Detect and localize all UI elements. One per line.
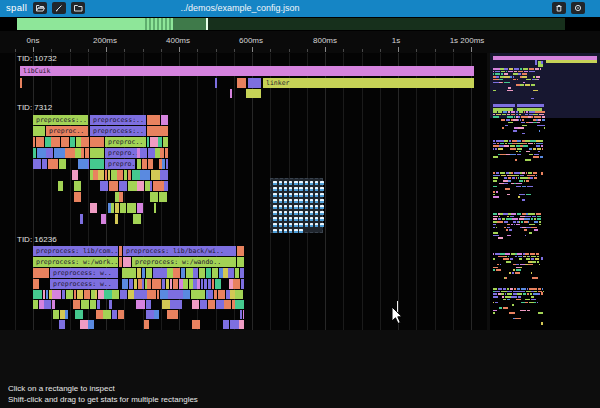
flame-bar[interactable]	[246, 89, 261, 98]
flame-rect[interactable]	[530, 186, 532, 188]
flame-rect[interactable]	[504, 82, 510, 84]
flame-rect[interactable]	[224, 300, 231, 309]
flame-rect[interactable]	[515, 318, 521, 320]
flame-rect[interactable]	[93, 170, 97, 180]
flame-rect[interactable]	[531, 258, 535, 260]
flame-rect[interactable]	[109, 300, 113, 309]
event-dot[interactable]	[284, 199, 287, 203]
event-dot[interactable]	[305, 187, 308, 191]
flame-rect[interactable]	[539, 224, 541, 226]
event-dot[interactable]	[315, 217, 318, 221]
flame-rect[interactable]	[532, 79, 535, 81]
flame-rect[interactable]	[538, 293, 539, 295]
flame-rect[interactable]	[521, 302, 524, 304]
flame-rect[interactable]	[500, 264, 501, 266]
flame-bar[interactable]: preprocess: w:/wando..	[132, 257, 236, 267]
flame-rect[interactable]	[159, 192, 167, 202]
flame-rect[interactable]	[496, 76, 499, 78]
flame-rect[interactable]	[524, 229, 527, 231]
flame-rect[interactable]	[532, 277, 537, 279]
flame-rect[interactable]	[120, 290, 128, 299]
flame-rect[interactable]	[108, 203, 111, 213]
event-dot[interactable]	[310, 193, 313, 197]
flame-rect[interactable]	[503, 288, 506, 290]
event-dot[interactable]	[315, 187, 318, 191]
event-dot[interactable]	[310, 211, 313, 215]
flame-rect[interactable]	[166, 279, 169, 289]
flame-bar[interactable]	[90, 137, 104, 147]
event-dot[interactable]	[299, 181, 302, 185]
event-dot[interactable]	[299, 193, 302, 197]
event-dot[interactable]	[273, 223, 276, 227]
flame-rect[interactable]	[127, 268, 133, 278]
flame-rect[interactable]	[243, 268, 244, 278]
flame-rect[interactable]	[520, 177, 525, 179]
flame-rect[interactable]	[508, 256, 509, 258]
flame-rect[interactable]	[118, 310, 125, 319]
flame-rect[interactable]	[138, 279, 142, 289]
flame-rect[interactable]	[533, 293, 538, 295]
flame-rect[interactable]	[88, 159, 89, 169]
flame-rect[interactable]	[499, 256, 505, 258]
event-dot[interactable]	[273, 211, 276, 215]
flame-rect[interactable]	[91, 290, 95, 299]
flame-rect[interactable]	[541, 111, 545, 113]
flame-rect[interactable]	[513, 130, 517, 132]
flame-rect[interactable]	[239, 320, 244, 329]
flame-rect[interactable]	[148, 148, 155, 158]
flame-rect[interactable]	[534, 177, 537, 179]
flame-rect[interactable]	[97, 300, 101, 309]
flame-rect[interactable]	[521, 116, 526, 118]
flame-rect[interactable]	[521, 122, 525, 124]
flame-rect[interactable]	[528, 213, 531, 215]
flame-rect[interactable]	[52, 300, 55, 309]
flame-rect[interactable]	[493, 194, 495, 196]
flame-rect[interactable]	[208, 279, 211, 289]
flame-rect[interactable]	[70, 137, 75, 147]
flame-rect[interactable]	[80, 320, 87, 329]
flame-rect[interactable]	[505, 277, 507, 279]
flame-rect[interactable]	[516, 114, 519, 116]
flame-rect[interactable]	[531, 84, 535, 86]
flame-rect[interactable]	[501, 71, 506, 73]
event-dot[interactable]	[320, 211, 323, 215]
flame-rect[interactable]	[517, 143, 523, 145]
flame-rect[interactable]	[508, 71, 513, 73]
event-dot[interactable]	[305, 211, 308, 215]
flame-rect[interactable]	[138, 290, 147, 299]
flame-rect[interactable]	[233, 279, 240, 289]
flame-rect[interactable]	[90, 170, 93, 180]
flame-rect[interactable]	[183, 290, 190, 299]
flame-rect[interactable]	[501, 291, 507, 293]
event-dot[interactable]	[279, 199, 282, 203]
flame-rect[interactable]	[140, 170, 150, 180]
flame-rect[interactable]	[495, 175, 500, 177]
event-dot[interactable]	[273, 229, 276, 233]
flame-rect[interactable]	[531, 256, 536, 258]
flame-rect[interactable]	[504, 76, 509, 78]
flame-rect[interactable]	[160, 290, 168, 299]
flame-rect[interactable]	[514, 71, 517, 73]
flame-rect[interactable]	[535, 258, 539, 260]
flame-rect[interactable]	[241, 279, 244, 289]
flame-rect[interactable]	[526, 258, 530, 260]
flame-rect[interactable]	[542, 148, 543, 150]
flame-rect[interactable]	[516, 224, 520, 226]
flame-rect[interactable]	[523, 293, 526, 295]
flame-rect[interactable]	[538, 151, 540, 153]
flame-rect[interactable]	[509, 229, 512, 231]
flame-rect[interactable]	[526, 227, 530, 229]
flame-bar[interactable]: preproc..	[105, 137, 146, 147]
event-dot[interactable]	[279, 187, 282, 191]
flame-rect[interactable]	[181, 268, 186, 278]
flame-rect[interactable]	[523, 68, 528, 70]
flame-bar[interactable]	[237, 246, 244, 256]
flame-rect[interactable]	[531, 272, 533, 274]
flame-rect[interactable]	[519, 111, 524, 113]
event-dot[interactable]	[305, 217, 308, 221]
flame-rect[interactable]	[493, 293, 497, 295]
flame-rect[interactable]	[500, 253, 504, 255]
flame-rect[interactable]	[531, 213, 535, 215]
event-dot[interactable]	[284, 181, 287, 185]
flame-rect[interactable]	[513, 119, 517, 121]
